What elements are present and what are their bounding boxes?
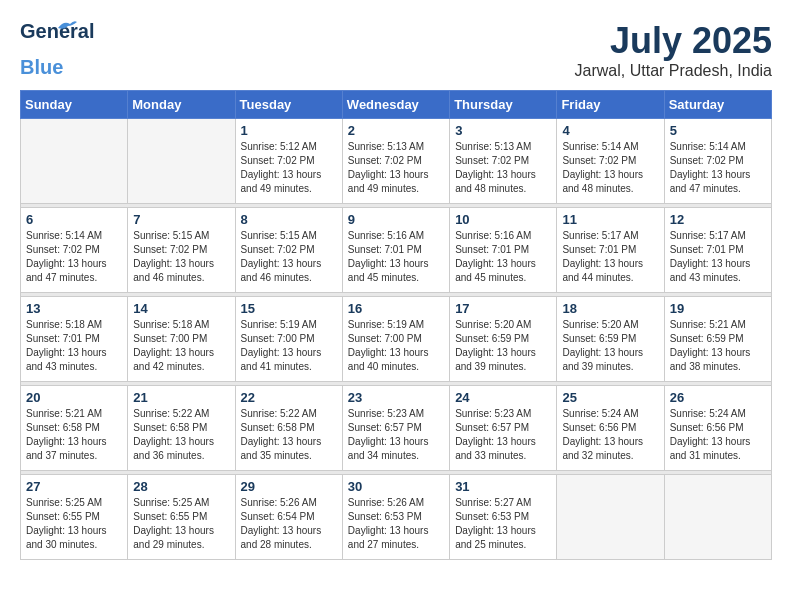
day-number: 1 — [241, 123, 337, 138]
calendar-cell: 13Sunrise: 5:18 AM Sunset: 7:01 PM Dayli… — [21, 297, 128, 382]
day-number: 16 — [348, 301, 444, 316]
calendar-cell: 10Sunrise: 5:16 AM Sunset: 7:01 PM Dayli… — [450, 208, 557, 293]
calendar-cell: 2Sunrise: 5:13 AM Sunset: 7:02 PM Daylig… — [342, 119, 449, 204]
calendar-cell — [128, 119, 235, 204]
day-info: Sunrise: 5:22 AM Sunset: 6:58 PM Dayligh… — [241, 407, 337, 463]
day-info: Sunrise: 5:14 AM Sunset: 7:02 PM Dayligh… — [562, 140, 658, 196]
day-info: Sunrise: 5:18 AM Sunset: 7:01 PM Dayligh… — [26, 318, 122, 374]
week-row-5: 27Sunrise: 5:25 AM Sunset: 6:55 PM Dayli… — [21, 475, 772, 560]
day-number: 31 — [455, 479, 551, 494]
day-info: Sunrise: 5:25 AM Sunset: 6:55 PM Dayligh… — [133, 496, 229, 552]
day-number: 8 — [241, 212, 337, 227]
calendar-cell: 19Sunrise: 5:21 AM Sunset: 6:59 PM Dayli… — [664, 297, 771, 382]
title-block: July 2025 Jarwal, Uttar Pradesh, India — [575, 20, 772, 80]
day-number: 5 — [670, 123, 766, 138]
calendar-cell: 11Sunrise: 5:17 AM Sunset: 7:01 PM Dayli… — [557, 208, 664, 293]
week-row-2: 6Sunrise: 5:14 AM Sunset: 7:02 PM Daylig… — [21, 208, 772, 293]
day-info: Sunrise: 5:22 AM Sunset: 6:58 PM Dayligh… — [133, 407, 229, 463]
day-number: 7 — [133, 212, 229, 227]
calendar-cell: 21Sunrise: 5:22 AM Sunset: 6:58 PM Dayli… — [128, 386, 235, 471]
calendar-cell: 12Sunrise: 5:17 AM Sunset: 7:01 PM Dayli… — [664, 208, 771, 293]
day-info: Sunrise: 5:17 AM Sunset: 7:01 PM Dayligh… — [670, 229, 766, 285]
calendar-cell: 17Sunrise: 5:20 AM Sunset: 6:59 PM Dayli… — [450, 297, 557, 382]
day-number: 22 — [241, 390, 337, 405]
calendar-cell: 7Sunrise: 5:15 AM Sunset: 7:02 PM Daylig… — [128, 208, 235, 293]
day-info: Sunrise: 5:20 AM Sunset: 6:59 PM Dayligh… — [562, 318, 658, 374]
calendar-cell: 25Sunrise: 5:24 AM Sunset: 6:56 PM Dayli… — [557, 386, 664, 471]
day-info: Sunrise: 5:19 AM Sunset: 7:00 PM Dayligh… — [241, 318, 337, 374]
day-info: Sunrise: 5:16 AM Sunset: 7:01 PM Dayligh… — [455, 229, 551, 285]
day-info: Sunrise: 5:14 AM Sunset: 7:02 PM Dayligh… — [26, 229, 122, 285]
day-info: Sunrise: 5:26 AM Sunset: 6:53 PM Dayligh… — [348, 496, 444, 552]
calendar-cell: 27Sunrise: 5:25 AM Sunset: 6:55 PM Dayli… — [21, 475, 128, 560]
calendar-cell: 1Sunrise: 5:12 AM Sunset: 7:02 PM Daylig… — [235, 119, 342, 204]
day-number: 3 — [455, 123, 551, 138]
day-info: Sunrise: 5:23 AM Sunset: 6:57 PM Dayligh… — [348, 407, 444, 463]
month-title: July 2025 — [575, 20, 772, 62]
day-number: 4 — [562, 123, 658, 138]
day-info: Sunrise: 5:17 AM Sunset: 7:01 PM Dayligh… — [562, 229, 658, 285]
calendar-table: SundayMondayTuesdayWednesdayThursdayFrid… — [20, 90, 772, 560]
day-number: 2 — [348, 123, 444, 138]
day-info: Sunrise: 5:20 AM Sunset: 6:59 PM Dayligh… — [455, 318, 551, 374]
day-info: Sunrise: 5:15 AM Sunset: 7:02 PM Dayligh… — [133, 229, 229, 285]
page-header: General Blue July 2025 Jarwal, Uttar Pra… — [20, 20, 772, 80]
day-info: Sunrise: 5:26 AM Sunset: 6:54 PM Dayligh… — [241, 496, 337, 552]
logo-bird-icon — [56, 18, 78, 36]
day-info: Sunrise: 5:16 AM Sunset: 7:01 PM Dayligh… — [348, 229, 444, 285]
day-number: 14 — [133, 301, 229, 316]
day-number: 6 — [26, 212, 122, 227]
day-number: 29 — [241, 479, 337, 494]
calendar-cell: 30Sunrise: 5:26 AM Sunset: 6:53 PM Dayli… — [342, 475, 449, 560]
calendar-cell: 15Sunrise: 5:19 AM Sunset: 7:00 PM Dayli… — [235, 297, 342, 382]
calendar-cell: 26Sunrise: 5:24 AM Sunset: 6:56 PM Dayli… — [664, 386, 771, 471]
col-header-wednesday: Wednesday — [342, 91, 449, 119]
calendar-cell: 4Sunrise: 5:14 AM Sunset: 7:02 PM Daylig… — [557, 119, 664, 204]
calendar-header-row: SundayMondayTuesdayWednesdayThursdayFrid… — [21, 91, 772, 119]
calendar-cell: 8Sunrise: 5:15 AM Sunset: 7:02 PM Daylig… — [235, 208, 342, 293]
day-info: Sunrise: 5:14 AM Sunset: 7:02 PM Dayligh… — [670, 140, 766, 196]
day-info: Sunrise: 5:21 AM Sunset: 6:58 PM Dayligh… — [26, 407, 122, 463]
day-number: 13 — [26, 301, 122, 316]
calendar-cell — [557, 475, 664, 560]
day-info: Sunrise: 5:19 AM Sunset: 7:00 PM Dayligh… — [348, 318, 444, 374]
week-row-4: 20Sunrise: 5:21 AM Sunset: 6:58 PM Dayli… — [21, 386, 772, 471]
day-info: Sunrise: 5:12 AM Sunset: 7:02 PM Dayligh… — [241, 140, 337, 196]
day-info: Sunrise: 5:21 AM Sunset: 6:59 PM Dayligh… — [670, 318, 766, 374]
week-row-3: 13Sunrise: 5:18 AM Sunset: 7:01 PM Dayli… — [21, 297, 772, 382]
day-info: Sunrise: 5:27 AM Sunset: 6:53 PM Dayligh… — [455, 496, 551, 552]
day-info: Sunrise: 5:13 AM Sunset: 7:02 PM Dayligh… — [455, 140, 551, 196]
calendar-cell: 3Sunrise: 5:13 AM Sunset: 7:02 PM Daylig… — [450, 119, 557, 204]
col-header-monday: Monday — [128, 91, 235, 119]
day-info: Sunrise: 5:24 AM Sunset: 6:56 PM Dayligh… — [670, 407, 766, 463]
logo: General Blue — [20, 20, 70, 79]
calendar-cell: 6Sunrise: 5:14 AM Sunset: 7:02 PM Daylig… — [21, 208, 128, 293]
calendar-cell: 24Sunrise: 5:23 AM Sunset: 6:57 PM Dayli… — [450, 386, 557, 471]
col-header-thursday: Thursday — [450, 91, 557, 119]
col-header-sunday: Sunday — [21, 91, 128, 119]
day-number: 15 — [241, 301, 337, 316]
day-number: 17 — [455, 301, 551, 316]
calendar-cell: 5Sunrise: 5:14 AM Sunset: 7:02 PM Daylig… — [664, 119, 771, 204]
day-number: 28 — [133, 479, 229, 494]
day-number: 26 — [670, 390, 766, 405]
day-number: 10 — [455, 212, 551, 227]
day-number: 12 — [670, 212, 766, 227]
calendar-cell: 14Sunrise: 5:18 AM Sunset: 7:00 PM Dayli… — [128, 297, 235, 382]
day-info: Sunrise: 5:25 AM Sunset: 6:55 PM Dayligh… — [26, 496, 122, 552]
day-number: 21 — [133, 390, 229, 405]
day-info: Sunrise: 5:15 AM Sunset: 7:02 PM Dayligh… — [241, 229, 337, 285]
week-row-1: 1Sunrise: 5:12 AM Sunset: 7:02 PM Daylig… — [21, 119, 772, 204]
calendar-cell: 16Sunrise: 5:19 AM Sunset: 7:00 PM Dayli… — [342, 297, 449, 382]
day-number: 27 — [26, 479, 122, 494]
calendar-cell — [664, 475, 771, 560]
col-header-friday: Friday — [557, 91, 664, 119]
day-number: 23 — [348, 390, 444, 405]
day-info: Sunrise: 5:24 AM Sunset: 6:56 PM Dayligh… — [562, 407, 658, 463]
day-info: Sunrise: 5:23 AM Sunset: 6:57 PM Dayligh… — [455, 407, 551, 463]
calendar-cell: 31Sunrise: 5:27 AM Sunset: 6:53 PM Dayli… — [450, 475, 557, 560]
day-number: 25 — [562, 390, 658, 405]
day-number: 19 — [670, 301, 766, 316]
calendar-cell: 18Sunrise: 5:20 AM Sunset: 6:59 PM Dayli… — [557, 297, 664, 382]
day-info: Sunrise: 5:13 AM Sunset: 7:02 PM Dayligh… — [348, 140, 444, 196]
